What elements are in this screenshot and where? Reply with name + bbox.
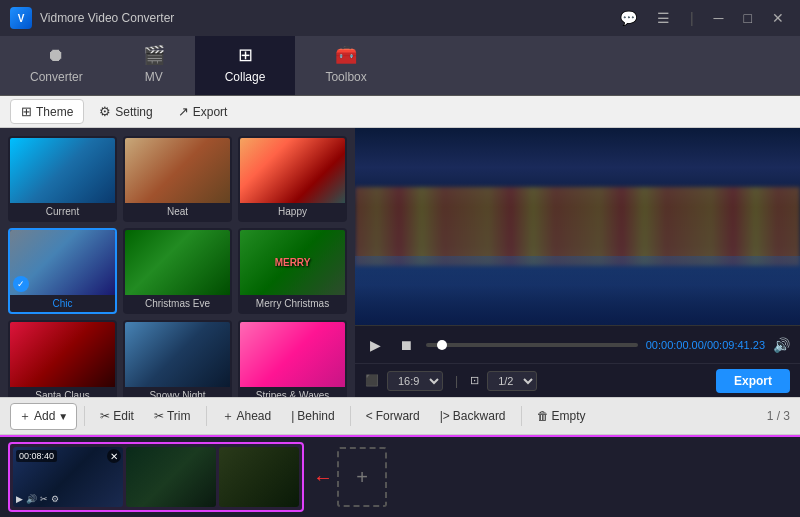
tab-converter[interactable]: ⏺ Converter xyxy=(0,36,113,95)
merry-thumbnail: MERRY xyxy=(240,230,345,295)
split-icon: ⊡ xyxy=(470,374,479,387)
play-button[interactable]: ▶ xyxy=(365,334,386,356)
edit-icon: ✂ xyxy=(100,409,110,423)
separator3 xyxy=(350,406,351,426)
chic-label: Chic xyxy=(52,298,72,309)
edit-clip1-icon[interactable]: ⚙ xyxy=(51,494,59,504)
export-sub-label: Export xyxy=(193,105,228,119)
empty-button[interactable]: 🗑 Empty xyxy=(529,405,594,427)
separator1 xyxy=(84,406,85,426)
ratio-select[interactable]: 16:9 xyxy=(387,371,443,391)
theme-chic[interactable]: ✓ Chic xyxy=(8,228,117,314)
divider1: | xyxy=(455,374,458,388)
add-clip-button[interactable]: + xyxy=(337,447,387,507)
backward-button[interactable]: |> Backward xyxy=(432,405,514,427)
theme-current[interactable]: Current xyxy=(8,136,117,222)
separator2 xyxy=(206,406,207,426)
aspect-ratio-icon: ⬛ xyxy=(365,374,379,387)
ahead-button[interactable]: ＋ Ahead xyxy=(214,404,280,429)
clip1-close[interactable]: ✕ xyxy=(107,449,121,463)
collage-icon: ⊞ xyxy=(238,44,253,66)
add-label: Add xyxy=(34,409,55,423)
export-sub-button[interactable]: ↗ Export xyxy=(168,100,238,123)
split-select[interactable]: 1/2 xyxy=(487,371,537,391)
theme-snowy[interactable]: Snowy Night xyxy=(123,320,232,397)
setting-button[interactable]: ⚙ Setting xyxy=(89,100,162,123)
add-clip-icon: + xyxy=(356,466,368,489)
export-button[interactable]: Export xyxy=(716,369,790,393)
trim-label: Trim xyxy=(167,409,191,423)
christmas-thumbnail xyxy=(125,230,230,295)
snowy-thumbnail xyxy=(125,322,230,387)
clip-3[interactable] xyxy=(219,447,299,507)
behind-button[interactable]: | Behind xyxy=(283,405,343,427)
snowy-label: Snowy Night xyxy=(149,390,205,397)
toolbox-icon: 🧰 xyxy=(335,44,357,66)
theme-grid: Current Neat Happy ✓ Chic Christmas Eve xyxy=(8,136,347,397)
theme-stripes[interactable]: Stripes & Waves xyxy=(238,320,347,397)
add-button[interactable]: ＋ Add ▼ xyxy=(10,403,77,430)
close-button[interactable]: ✕ xyxy=(766,8,790,28)
arrow-icon: ← xyxy=(313,466,333,489)
theme-label: Theme xyxy=(36,105,73,119)
theme-happy[interactable]: Happy xyxy=(238,136,347,222)
clip-2[interactable] xyxy=(126,447,216,507)
santa-thumbnail xyxy=(10,322,115,387)
tab-converter-label: Converter xyxy=(30,70,83,84)
page-counter: 1 / 3 xyxy=(767,409,790,423)
neat-thumbnail xyxy=(125,138,230,203)
sub-toolbar: ⊞ Theme ⚙ Setting ↗ Export xyxy=(0,96,800,128)
clip1-controls: ▶ 🔊 ✂ ⚙ xyxy=(16,494,59,504)
forward-button[interactable]: < Forward xyxy=(358,405,428,427)
backward-label: Backward xyxy=(453,409,506,423)
stop-button[interactable]: ⏹ xyxy=(394,334,418,356)
window-controls[interactable]: 💬 ☰ | ─ □ ✕ xyxy=(614,8,790,28)
theme-christmas[interactable]: Christmas Eve xyxy=(123,228,232,314)
theme-icon: ⊞ xyxy=(21,104,32,119)
current-label: Current xyxy=(46,206,79,217)
crop-clip1-icon[interactable]: ✂ xyxy=(40,494,48,504)
tab-mv[interactable]: 🎬 MV xyxy=(113,36,195,95)
add-icon: ＋ xyxy=(19,408,31,425)
forward-icon: < xyxy=(366,409,373,423)
add-dropdown-icon[interactable]: ▼ xyxy=(58,411,68,422)
app-title: Vidmore Video Converter xyxy=(40,11,174,25)
tab-collage-label: Collage xyxy=(225,70,266,84)
preview-video xyxy=(355,128,800,325)
neat-label: Neat xyxy=(167,206,188,217)
tab-toolbox[interactable]: 🧰 Toolbox xyxy=(295,36,396,95)
stripes-thumbnail xyxy=(240,322,345,387)
menu-icon[interactable]: ☰ xyxy=(651,8,676,28)
play-clip1-icon[interactable]: ▶ xyxy=(16,494,23,504)
setting-icon: ⚙ xyxy=(99,104,111,119)
trim-button[interactable]: ✂ Trim xyxy=(146,405,199,427)
theme-button[interactable]: ⊞ Theme xyxy=(10,99,84,124)
behind-label: Behind xyxy=(297,409,334,423)
tab-collage[interactable]: ⊞ Collage xyxy=(195,36,296,95)
minimize-button[interactable]: ─ xyxy=(708,8,730,28)
progress-bar[interactable] xyxy=(426,343,638,347)
separator4 xyxy=(521,406,522,426)
volume-icon[interactable]: 🔊 xyxy=(773,337,790,353)
bottom-toolbar: ＋ Add ▼ ✂ Edit ✂ Trim ＋ Ahead | Behind <… xyxy=(0,397,800,435)
theme-santa[interactable]: Santa Claus xyxy=(8,320,117,397)
clip-1[interactable]: 00:08:40 ✕ ▶ 🔊 ✂ ⚙ xyxy=(13,447,123,507)
behind-icon: | xyxy=(291,409,294,423)
tab-mv-label: MV xyxy=(145,70,163,84)
maximize-button[interactable]: □ xyxy=(738,8,758,28)
chat-icon[interactable]: 💬 xyxy=(614,8,643,28)
current-thumbnail xyxy=(10,138,115,203)
ahead-icon: ＋ xyxy=(222,408,234,425)
merry-label: Merry Christmas xyxy=(256,298,329,309)
separator-line: | xyxy=(684,8,700,28)
volume-clip1-icon[interactable]: 🔊 xyxy=(26,494,37,504)
mv-icon: 🎬 xyxy=(143,44,165,66)
ahead-label: Ahead xyxy=(237,409,272,423)
theme-merry[interactable]: MERRY Merry Christmas xyxy=(238,228,347,314)
backward-icon: |> xyxy=(440,409,450,423)
edit-button[interactable]: ✂ Edit xyxy=(92,405,142,427)
theme-neat[interactable]: Neat xyxy=(123,136,232,222)
time-display: 00:00:00.00/00:09:41.23 xyxy=(646,339,765,351)
main-nav: ⏺ Converter 🎬 MV ⊞ Collage 🧰 Toolbox xyxy=(0,36,800,96)
progress-handle[interactable] xyxy=(437,340,447,350)
